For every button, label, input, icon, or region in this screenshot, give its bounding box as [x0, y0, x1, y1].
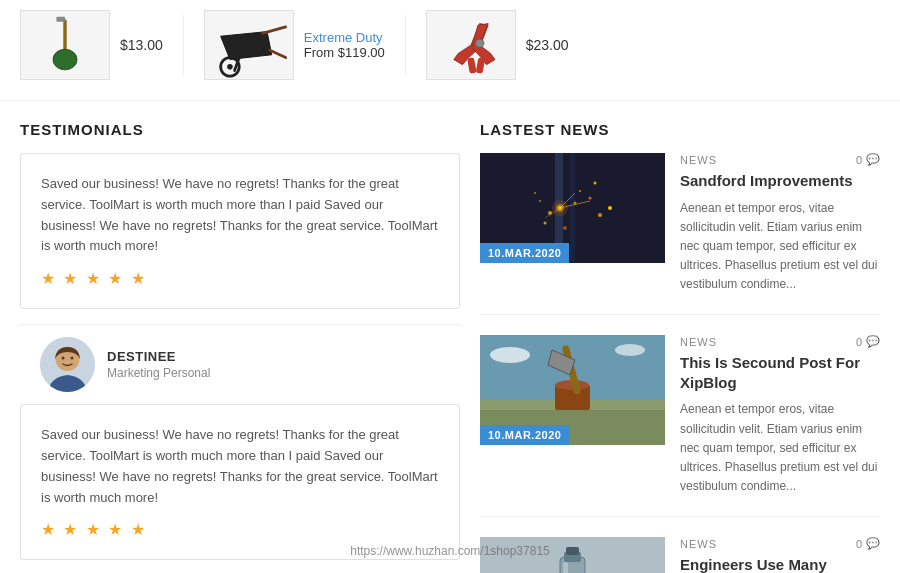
- svg-rect-2: [59, 53, 71, 56]
- news-comments-1: 0 💬: [856, 153, 880, 166]
- news-image-1: 10.MAR.2020: [480, 153, 665, 263]
- news-comments-3: 0 💬: [856, 537, 880, 550]
- news-item-3: 10.MAR.2020 NEWS 0 💬 Engineers Use Many …: [480, 537, 880, 573]
- news-content-2: NEWS 0 💬 This Is Secound Post For XipBlo…: [680, 335, 880, 496]
- news-meta-1: NEWS 0 💬: [680, 153, 880, 166]
- product-wheelbarrow-info: Extreme Duty From $119.00: [304, 30, 385, 60]
- svg-point-34: [534, 192, 536, 194]
- svg-line-7: [270, 50, 286, 57]
- testimonial-stars-1: ★ ★ ★ ★ ★: [41, 269, 439, 288]
- news-title-1[interactable]: Sandford Improvements: [680, 171, 880, 191]
- main-content: TESTIMONIALS Saved our business! We have…: [0, 101, 900, 573]
- svg-point-28: [539, 200, 541, 202]
- news-image-3: 10.MAR.2020: [480, 537, 665, 573]
- svg-point-32: [563, 226, 567, 230]
- testimonial-text-1: Saved our business! We have no regrets! …: [41, 174, 439, 257]
- author-name-1: DESTINEE: [107, 349, 210, 364]
- news-tag-1: NEWS: [680, 154, 717, 166]
- product-shovel: $13.00: [20, 10, 163, 80]
- news-date-2: 10.MAR.2020: [480, 425, 569, 445]
- news-item-1: 10.MAR.2020 NEWS 0 💬 Sandford Improvemen…: [480, 153, 880, 315]
- news-title-3[interactable]: Engineers Use Many Methods To Minimize L…: [680, 555, 880, 573]
- product-divider-1: [183, 15, 184, 75]
- author-role-1: Marketing Personal: [107, 366, 210, 380]
- news-meta-3: NEWS 0 💬: [680, 537, 880, 550]
- product-divider-2: [405, 15, 406, 75]
- news-content-3: NEWS 0 💬 Engineers Use Many Methods To M…: [680, 537, 880, 573]
- svg-point-1: [53, 49, 77, 70]
- svg-rect-0: [63, 19, 66, 53]
- product-pliers-price: $23.00: [526, 37, 569, 53]
- svg-point-9: [475, 39, 484, 48]
- svg-line-6: [263, 26, 286, 33]
- news-section: LASTEST NEWS: [480, 121, 880, 573]
- news-item-2: 10.MAR.2020 NEWS 0 💬 This Is Secound Pos…: [480, 335, 880, 517]
- author-avatar-1: [40, 337, 95, 392]
- svg-point-40: [556, 204, 564, 212]
- product-shovel-price: $13.00: [120, 37, 163, 53]
- news-date-1: 10.MAR.2020: [480, 243, 569, 263]
- svg-point-14: [62, 357, 65, 360]
- comment-bubble-icon-2: 💬: [866, 335, 880, 348]
- news-img-bottle: [480, 537, 665, 573]
- news-tag-3: NEWS: [680, 538, 717, 550]
- svg-rect-23: [570, 153, 575, 263]
- svg-point-47: [490, 347, 530, 363]
- svg-point-48: [615, 344, 645, 356]
- news-tag-2: NEWS: [680, 336, 717, 348]
- svg-point-33: [594, 182, 597, 185]
- svg-rect-55: [566, 547, 579, 555]
- product-pliers: $23.00: [426, 10, 569, 80]
- testimonials-section: TESTIMONIALS Saved our business! We have…: [20, 121, 460, 573]
- svg-point-15: [71, 357, 74, 360]
- product-wheelbarrow-image: [204, 10, 294, 80]
- svg-point-5: [227, 64, 233, 70]
- svg-point-31: [579, 190, 581, 192]
- testimonial-card-1: Saved our business! We have no regrets! …: [20, 153, 460, 309]
- news-comments-2: 0 💬: [856, 335, 880, 348]
- testimonial-card-2: Saved our business! We have no regrets! …: [20, 404, 460, 560]
- product-wheelbarrow: Extreme Duty From $119.00: [204, 10, 385, 80]
- news-excerpt-2: Aenean et tempor eros, vitae sollicitudi…: [680, 400, 880, 496]
- testimonial-author-1: DESTINEE Marketing Personal: [20, 324, 460, 404]
- svg-rect-56: [563, 562, 568, 573]
- news-image-2: 10.MAR.2020: [480, 335, 665, 445]
- testimonials-title: TESTIMONIALS: [20, 121, 460, 138]
- testimonial-stars-2: ★ ★ ★ ★ ★: [41, 520, 439, 539]
- news-content-1: NEWS 0 💬 Sandford Improvements Aenean et…: [680, 153, 880, 294]
- testimonial-text-2: Saved our business! We have no regrets! …: [41, 425, 439, 508]
- news-excerpt-1: Aenean et tempor eros, vitae sollicitudi…: [680, 199, 880, 295]
- product-shovel-image: [20, 10, 110, 80]
- comment-bubble-icon-3: 💬: [866, 537, 880, 550]
- products-row: $13.00 Extreme Duty From $119.00: [0, 0, 900, 101]
- product-wheelbarrow-price: From $119.00: [304, 45, 385, 60]
- product-pliers-image: [426, 10, 516, 80]
- svg-rect-11: [475, 57, 484, 73]
- news-meta-2: NEWS 0 💬: [680, 335, 880, 348]
- svg-point-30: [544, 222, 547, 225]
- news-title: LASTEST NEWS: [480, 121, 880, 138]
- comment-bubble-icon: 💬: [866, 153, 880, 166]
- svg-point-27: [589, 197, 592, 200]
- svg-rect-3: [56, 17, 65, 22]
- svg-point-35: [608, 206, 612, 210]
- svg-point-29: [598, 213, 602, 217]
- svg-rect-10: [467, 57, 476, 73]
- product-wheelbarrow-link[interactable]: Extreme Duty: [304, 30, 385, 45]
- author-info-1: DESTINEE Marketing Personal: [107, 349, 210, 380]
- news-title-2[interactable]: This Is Secound Post For XipBlog: [680, 353, 880, 392]
